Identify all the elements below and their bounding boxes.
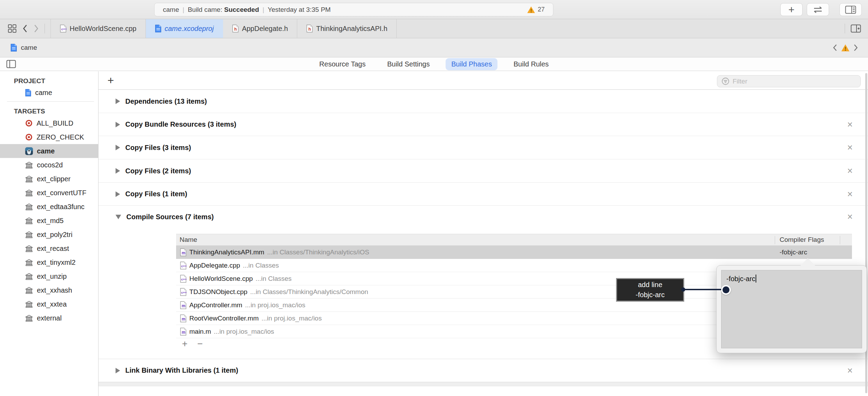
forward-chevron-icon[interactable]	[33, 24, 39, 33]
phase-copy-files-3[interactable]: Copy Files (3 items) ×	[98, 136, 868, 159]
tab-build-phases[interactable]: Build Phases	[446, 58, 498, 70]
sidebar-item-ext-xxhash[interactable]: ext_xxhash	[0, 283, 98, 297]
cpp-file-icon: c++	[179, 288, 187, 296]
status-project: came	[163, 6, 179, 14]
add-tab-button[interactable]: +	[780, 3, 803, 16]
disclosure-collapsed-icon[interactable]	[116, 145, 120, 150]
related-items-grid-icon[interactable]	[8, 24, 17, 33]
warning-icon	[527, 6, 535, 14]
tab-appdelegate[interactable]: h AppDelegate.h	[223, 19, 297, 38]
phase-link-binary[interactable]: Link Binary With Libraries (1 item) ×	[98, 359, 868, 382]
sidebar-item-zero-check[interactable]: ZERO_CHECK	[0, 130, 98, 144]
add-editor-icon[interactable]	[851, 24, 861, 33]
inspector-toggle-button[interactable]	[839, 3, 862, 16]
sidebar-item-ext-poly2tri[interactable]: ext_poly2tri	[0, 228, 98, 241]
svg-text:h: h	[308, 27, 311, 32]
close-icon[interactable]: ×	[847, 143, 853, 152]
sidebar-item-ext-md5[interactable]: ext_md5	[0, 214, 98, 228]
disclosure-collapsed-icon[interactable]	[116, 368, 120, 373]
phase-toolbar-row: +	[98, 71, 868, 90]
compiler-flags-editor[interactable]: -fobjc-arc	[721, 270, 862, 348]
column-divider[interactable]	[840, 236, 840, 244]
tab-label: ThinkingAnalyticsAPI.h	[316, 25, 387, 33]
svg-text:c++: c++	[61, 27, 66, 31]
compiler-flags-value[interactable]: -fobjc-arc	[780, 248, 807, 256]
sidebar-item-ext-recast[interactable]: ext_recast	[0, 241, 98, 255]
tab-build-rules[interactable]: Build Rules	[508, 58, 554, 70]
toolbar-buttons: +	[780, 3, 862, 16]
swap-editor-button[interactable]	[807, 3, 829, 16]
annotation-line2: -fobjc-arc	[617, 290, 683, 300]
sidebar-item-project-came[interactable]: came	[0, 86, 98, 99]
svg-text:c++: c++	[181, 264, 187, 268]
sidebar-item-label: came	[35, 89, 52, 97]
close-icon[interactable]: ×	[847, 212, 853, 222]
close-icon[interactable]: ×	[847, 366, 853, 375]
svg-text:m: m	[182, 251, 186, 255]
filter-icon	[721, 77, 729, 85]
phase-dependencies[interactable]: Dependencies (13 items)	[98, 90, 868, 113]
prev-issue-chevron-icon[interactable]	[833, 44, 837, 52]
sidebar-item-all-build[interactable]: ALL_BUILD	[0, 116, 98, 130]
phase-copy-files-2[interactable]: Copy Files (2 items) ×	[98, 159, 868, 183]
breadcrumb-title: came	[21, 44, 37, 52]
xcodeproj-file-icon	[155, 24, 161, 33]
breadcrumb[interactable]: came	[10, 43, 37, 52]
compile-sources-title-row[interactable]: Compile Sources (7 items) ×	[98, 206, 868, 228]
tab-came-xcodeproj[interactable]: came.xcodeproj	[146, 19, 223, 38]
tab-helloworldscene[interactable]: c++ HelloWorldScene.cpp	[50, 19, 146, 38]
sidebar-item-came-target[interactable]: came	[0, 144, 98, 158]
activity-viewer: came | Build came: Succeeded | Yesterday…	[154, 3, 553, 16]
target-icon	[25, 119, 33, 127]
close-icon[interactable]: ×	[847, 166, 853, 176]
sidebar-item-ext-edtaa3func[interactable]: ext_edtaa3func	[0, 200, 98, 214]
sidebar-item-ext-unzip[interactable]: ext_unzip	[0, 269, 98, 283]
back-chevron-icon[interactable]	[22, 24, 28, 33]
phase-copy-bundle-resources[interactable]: Copy Bundle Resources (3 items) ×	[98, 113, 868, 136]
disclosure-collapsed-icon[interactable]	[116, 168, 120, 174]
filter-field[interactable]	[717, 75, 861, 87]
sidebar-item-external[interactable]: external	[0, 311, 98, 325]
disclosure-collapsed-icon[interactable]	[116, 98, 120, 104]
remove-file-button[interactable]: −	[196, 339, 204, 349]
table-row[interactable]: m ThinkingAnalyticsAPI.mm ...in Classes/…	[176, 246, 852, 259]
tab-thinkinganalyticsapi[interactable]: h ThinkingAnalyticsAPI.h	[297, 19, 397, 38]
objc-mm-file-icon: m	[179, 248, 187, 256]
warning-summary[interactable]: 27	[527, 6, 545, 14]
sidebar-item-ext-xxtea[interactable]: ext_xxtea	[0, 297, 98, 311]
disclosure-collapsed-icon[interactable]	[116, 191, 120, 197]
filter-input[interactable]	[733, 78, 851, 85]
sidebar-item-ext-tinyxml2[interactable]: ext_tinyxml2	[0, 255, 98, 269]
tab-build-settings[interactable]: Build Settings	[381, 58, 435, 70]
cpp-file-icon: c++	[60, 24, 66, 33]
project-doc-icon	[10, 43, 17, 52]
targets-sidebar-toggle-icon[interactable]	[6, 59, 17, 69]
disclosure-collapsed-icon[interactable]	[116, 122, 120, 127]
project-editor-tabs: Resource Tags Build Settings Build Phase…	[314, 57, 554, 71]
phase-copy-files-1[interactable]: Copy Files (1 item) ×	[98, 183, 868, 206]
add-file-button[interactable]: +	[181, 339, 189, 349]
column-divider[interactable]	[775, 236, 775, 244]
status-result: Succeeded	[224, 6, 259, 14]
header-file-icon: h	[232, 24, 239, 33]
add-build-phase-button[interactable]: +	[105, 74, 117, 87]
warning-count: 27	[538, 6, 545, 13]
targets-section-header: TARGETS	[0, 106, 98, 116]
annotation-connector-line	[684, 289, 723, 290]
sidebar-item-cocos2d[interactable]: cocos2d	[0, 158, 98, 172]
disclosure-expanded-icon[interactable]	[116, 215, 121, 219]
sidebar-item-ext-clipper[interactable]: ext_clipper	[0, 172, 98, 186]
divider	[7, 101, 94, 102]
cpp-file-icon: c++	[179, 275, 187, 283]
editor-tab-bar: c++ HelloWorldScene.cpp came.xcodeproj h…	[0, 19, 868, 38]
next-issue-chevron-icon[interactable]	[853, 44, 858, 52]
close-icon[interactable]: ×	[847, 189, 853, 199]
svg-text:c++: c++	[181, 277, 187, 281]
sidebar-item-ext-convertutf[interactable]: ext_convertUTF	[0, 186, 98, 200]
objc-mm-file-icon: m	[179, 314, 187, 323]
warning-icon[interactable]	[841, 44, 850, 52]
tab-resource-tags[interactable]: Resource Tags	[314, 58, 371, 70]
swap-arrows-icon	[812, 6, 824, 14]
svg-text:m: m	[182, 317, 186, 322]
close-icon[interactable]: ×	[847, 120, 853, 129]
